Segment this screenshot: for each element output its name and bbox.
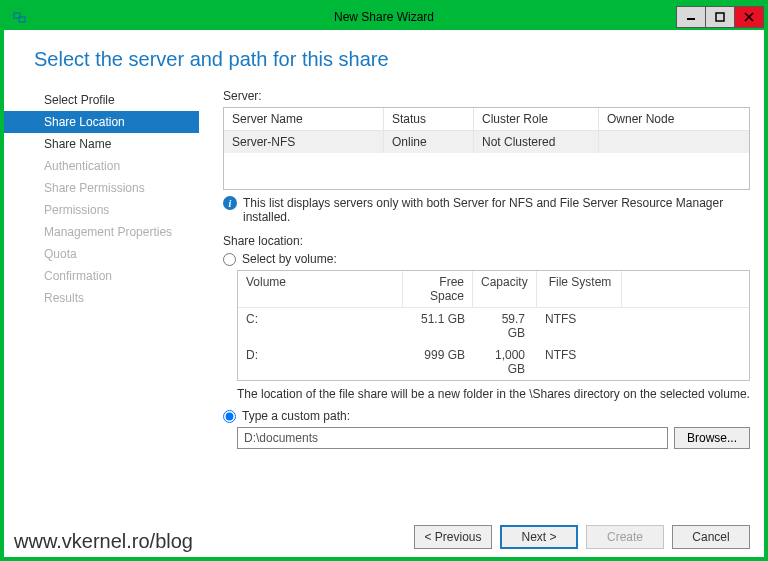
info-icon: i — [223, 196, 237, 210]
radio-select-by-volume-label[interactable]: Select by volume: — [242, 252, 337, 266]
app-icon — [8, 7, 32, 27]
wizard-step-6: Management Properties — [4, 221, 199, 243]
wizard-step-9: Results — [4, 287, 199, 309]
cell-capacity: 59.7 GB — [473, 308, 533, 344]
title-bar: New Share Wizard — [4, 4, 764, 30]
minimize-button[interactable] — [676, 6, 706, 28]
create-button: Create — [586, 525, 664, 549]
volume-row[interactable]: D:999 GB1,000 GBNTFS — [238, 344, 749, 380]
col-owner-node[interactable]: Owner Node — [599, 108, 749, 130]
window-frame: New Share Wizard Select the server and p… — [0, 0, 768, 561]
watermark: www.vkernel.ro/blog — [14, 530, 193, 553]
server-label: Server: — [223, 89, 750, 103]
wizard-step-8: Confirmation — [4, 265, 199, 287]
info-text: This list displays servers only with bot… — [243, 196, 750, 224]
col-cluster-role[interactable]: Cluster Role — [474, 108, 599, 130]
radio-custom-path[interactable] — [223, 410, 236, 423]
main-panel: Server: Server Name Status Cluster Role … — [199, 83, 750, 515]
browse-button[interactable]: Browse... — [674, 427, 750, 449]
cell-spacer — [618, 344, 749, 380]
footer: www.vkernel.ro/blog < Previous Next > Cr… — [4, 515, 764, 557]
server-grid-body: Server-NFSOnlineNot Clustered — [224, 131, 749, 189]
wizard-step-1[interactable]: Share Location — [4, 111, 199, 133]
col-volume[interactable]: Volume — [238, 271, 403, 307]
volume-row[interactable]: C:51.1 GB59.7 GBNTFS — [238, 308, 749, 344]
col-free-space[interactable]: Free Space — [403, 271, 473, 307]
cell-file-system: NTFS — [533, 344, 618, 380]
cell-server-name: Server-NFS — [224, 131, 384, 153]
window-title: New Share Wizard — [4, 10, 764, 24]
cell-free-space: 999 GB — [403, 344, 473, 380]
cell-capacity: 1,000 GB — [473, 344, 533, 380]
share-location-label: Share location: — [223, 234, 750, 248]
col-file-system[interactable]: File System — [537, 271, 622, 307]
svg-rect-3 — [716, 13, 724, 21]
info-note: i This list displays servers only with b… — [223, 196, 750, 224]
server-row[interactable]: Server-NFSOnlineNot Clustered — [224, 131, 749, 153]
volume-grid[interactable]: Volume Free Space Capacity File System C… — [237, 270, 750, 381]
custom-path-input[interactable] — [237, 427, 668, 449]
cell-status: Online — [384, 131, 474, 153]
body-split: Select ProfileShare LocationShare NameAu… — [4, 83, 764, 515]
custom-path-row: Browse... — [237, 427, 750, 449]
next-button[interactable]: Next > — [500, 525, 578, 549]
server-grid-header: Server Name Status Cluster Role Owner No… — [224, 108, 749, 131]
cell-owner-node — [599, 131, 749, 153]
page-heading: Select the server and path for this shar… — [4, 30, 764, 83]
col-capacity[interactable]: Capacity — [473, 271, 537, 307]
cell-cluster-role: Not Clustered — [474, 131, 599, 153]
window-controls — [677, 6, 764, 28]
wizard-step-7: Quota — [4, 243, 199, 265]
server-grid[interactable]: Server Name Status Cluster Role Owner No… — [223, 107, 750, 190]
col-server-name[interactable]: Server Name — [224, 108, 384, 130]
volume-grid-body: C:51.1 GB59.7 GBNTFSD:999 GB1,000 GBNTFS — [238, 308, 749, 380]
radio-custom-path-label[interactable]: Type a custom path: — [242, 409, 350, 423]
radio-select-by-volume-row[interactable]: Select by volume: — [223, 252, 750, 266]
cell-free-space: 51.1 GB — [403, 308, 473, 344]
wizard-step-0[interactable]: Select Profile — [4, 89, 199, 111]
col-status[interactable]: Status — [384, 108, 474, 130]
cell-spacer — [618, 308, 749, 344]
col-spacer — [622, 271, 749, 307]
radio-select-by-volume[interactable] — [223, 253, 236, 266]
maximize-button[interactable] — [705, 6, 735, 28]
cancel-button[interactable]: Cancel — [672, 525, 750, 549]
wizard-step-2[interactable]: Share Name — [4, 133, 199, 155]
cell-volume: D: — [238, 344, 403, 380]
cell-file-system: NTFS — [533, 308, 618, 344]
content-area: Select the server and path for this shar… — [4, 30, 764, 557]
wizard-step-4: Share Permissions — [4, 177, 199, 199]
volume-grid-header: Volume Free Space Capacity File System — [238, 271, 749, 308]
volume-hint: The location of the file share will be a… — [237, 387, 750, 401]
wizard-steps: Select ProfileShare LocationShare NameAu… — [4, 83, 199, 515]
close-button[interactable] — [734, 6, 764, 28]
wizard-step-5: Permissions — [4, 199, 199, 221]
previous-button[interactable]: < Previous — [414, 525, 492, 549]
cell-volume: C: — [238, 308, 403, 344]
wizard-step-3: Authentication — [4, 155, 199, 177]
radio-custom-path-row[interactable]: Type a custom path: — [223, 409, 750, 423]
